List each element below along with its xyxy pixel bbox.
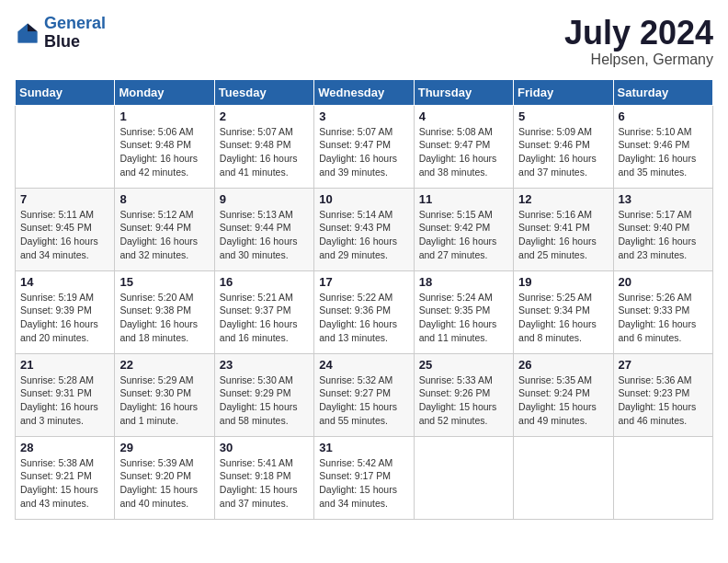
day-info: Sunrise: 5:09 AM Sunset: 9:46 PM Dayligh… (518, 125, 608, 179)
svg-rect-2 (18, 31, 38, 42)
logo-icon (15, 20, 40, 46)
calendar-cell: 27Sunrise: 5:36 AM Sunset: 9:23 PM Dayli… (613, 353, 712, 436)
day-info: Sunrise: 5:21 AM Sunset: 9:37 PM Dayligh… (220, 291, 309, 345)
calendar-cell: 7Sunrise: 5:11 AM Sunset: 9:45 PM Daylig… (16, 188, 115, 270)
day-info: Sunrise: 5:38 AM Sunset: 9:21 PM Dayligh… (20, 456, 109, 511)
day-info: Sunrise: 5:10 AM Sunset: 9:46 PM Dayligh… (619, 125, 708, 179)
calendar-cell: 31Sunrise: 5:42 AM Sunset: 9:17 PM Dayli… (314, 436, 414, 519)
calendar-cell: 10Sunrise: 5:14 AM Sunset: 9:43 PM Dayli… (314, 188, 414, 270)
day-number: 17 (319, 275, 408, 289)
calendar-cell: 13Sunrise: 5:17 AM Sunset: 9:40 PM Dayli… (613, 188, 712, 270)
day-number: 1 (119, 109, 209, 123)
calendar-cell: 1Sunrise: 5:06 AM Sunset: 9:48 PM Daylig… (115, 105, 214, 188)
calendar-cell: 28Sunrise: 5:38 AM Sunset: 9:21 PM Dayli… (16, 436, 115, 519)
week-row-5: 28Sunrise: 5:38 AM Sunset: 9:21 PM Dayli… (16, 436, 713, 519)
day-number: 24 (319, 358, 408, 372)
svg-marker-1 (28, 23, 38, 31)
day-info: Sunrise: 5:06 AM Sunset: 9:48 PM Dayligh… (119, 125, 209, 179)
calendar-cell: 26Sunrise: 5:35 AM Sunset: 9:24 PM Dayli… (514, 353, 613, 436)
logo: GeneralBlue (15, 15, 106, 52)
day-info: Sunrise: 5:26 AM Sunset: 9:33 PM Dayligh… (619, 291, 708, 345)
day-number: 3 (319, 109, 408, 123)
day-info: Sunrise: 5:41 AM Sunset: 9:18 PM Dayligh… (220, 456, 309, 511)
day-number: 27 (619, 358, 708, 372)
day-number: 7 (20, 192, 109, 206)
day-info: Sunrise: 5:39 AM Sunset: 9:20 PM Dayligh… (119, 456, 209, 511)
day-number: 4 (419, 109, 508, 123)
day-header-wednesday: Wednesday (314, 79, 414, 105)
day-header-saturday: Saturday (613, 79, 712, 105)
day-info: Sunrise: 5:28 AM Sunset: 9:31 PM Dayligh… (20, 373, 109, 428)
day-number: 19 (518, 275, 608, 289)
day-number: 9 (220, 192, 309, 206)
day-number: 30 (220, 441, 309, 454)
week-row-2: 7Sunrise: 5:11 AM Sunset: 9:45 PM Daylig… (16, 188, 713, 270)
calendar-cell: 29Sunrise: 5:39 AM Sunset: 9:20 PM Dayli… (115, 436, 214, 519)
calendar-cell: 17Sunrise: 5:22 AM Sunset: 9:36 PM Dayli… (314, 270, 414, 353)
calendar-cell: 25Sunrise: 5:33 AM Sunset: 9:26 PM Dayli… (414, 353, 513, 436)
calendar-cell: 21Sunrise: 5:28 AM Sunset: 9:31 PM Dayli… (16, 353, 115, 436)
day-number: 5 (518, 109, 608, 123)
calendar-cell: 11Sunrise: 5:15 AM Sunset: 9:42 PM Dayli… (414, 188, 513, 270)
day-info: Sunrise: 5:36 AM Sunset: 9:23 PM Dayligh… (619, 373, 708, 428)
day-number: 28 (20, 441, 109, 454)
day-info: Sunrise: 5:29 AM Sunset: 9:30 PM Dayligh… (119, 373, 209, 428)
calendar-cell (414, 436, 513, 519)
location-subtitle: Helpsen, Germany (564, 52, 713, 68)
calendar-cell: 9Sunrise: 5:13 AM Sunset: 9:44 PM Daylig… (214, 188, 313, 270)
day-header-friday: Friday (514, 79, 613, 105)
day-header-sunday: Sunday (16, 79, 115, 105)
day-number: 8 (119, 192, 209, 206)
calendar-cell: 5Sunrise: 5:09 AM Sunset: 9:46 PM Daylig… (514, 105, 613, 188)
day-info: Sunrise: 5:17 AM Sunset: 9:40 PM Dayligh… (619, 208, 708, 262)
day-info: Sunrise: 5:12 AM Sunset: 9:44 PM Dayligh… (119, 208, 209, 262)
day-info: Sunrise: 5:22 AM Sunset: 9:36 PM Dayligh… (319, 291, 408, 345)
day-info: Sunrise: 5:07 AM Sunset: 9:48 PM Dayligh… (220, 125, 309, 179)
day-info: Sunrise: 5:16 AM Sunset: 9:41 PM Dayligh… (518, 208, 608, 262)
day-number: 10 (319, 192, 408, 206)
day-number: 31 (319, 441, 408, 454)
day-info: Sunrise: 5:24 AM Sunset: 9:35 PM Dayligh… (419, 291, 508, 345)
day-info: Sunrise: 5:42 AM Sunset: 9:17 PM Dayligh… (319, 456, 408, 511)
page-header: GeneralBlue July 2024 Helpsen, Germany (15, 15, 713, 68)
day-number: 11 (419, 192, 508, 206)
calendar-cell: 15Sunrise: 5:20 AM Sunset: 9:38 PM Dayli… (115, 270, 214, 353)
day-info: Sunrise: 5:30 AM Sunset: 9:29 PM Dayligh… (220, 373, 309, 428)
day-info: Sunrise: 5:13 AM Sunset: 9:44 PM Dayligh… (220, 208, 309, 262)
day-info: Sunrise: 5:08 AM Sunset: 9:47 PM Dayligh… (419, 125, 508, 179)
calendar-cell: 22Sunrise: 5:29 AM Sunset: 9:30 PM Dayli… (115, 353, 214, 436)
day-info: Sunrise: 5:15 AM Sunset: 9:42 PM Dayligh… (419, 208, 508, 262)
calendar-cell: 30Sunrise: 5:41 AM Sunset: 9:18 PM Dayli… (214, 436, 313, 519)
week-row-4: 21Sunrise: 5:28 AM Sunset: 9:31 PM Dayli… (16, 353, 713, 436)
calendar-cell: 20Sunrise: 5:26 AM Sunset: 9:33 PM Dayli… (613, 270, 712, 353)
day-number: 15 (119, 275, 209, 289)
calendar-cell: 24Sunrise: 5:32 AM Sunset: 9:27 PM Dayli… (314, 353, 414, 436)
day-number: 21 (20, 358, 109, 372)
calendar-cell: 2Sunrise: 5:07 AM Sunset: 9:48 PM Daylig… (214, 105, 313, 188)
calendar-cell: 6Sunrise: 5:10 AM Sunset: 9:46 PM Daylig… (613, 105, 712, 188)
day-info: Sunrise: 5:25 AM Sunset: 9:34 PM Dayligh… (518, 291, 608, 345)
day-number: 13 (619, 192, 708, 206)
day-info: Sunrise: 5:35 AM Sunset: 9:24 PM Dayligh… (518, 373, 608, 428)
calendar-table: SundayMondayTuesdayWednesdayThursdayFrid… (15, 79, 713, 520)
day-header-thursday: Thursday (414, 79, 513, 105)
day-info: Sunrise: 5:32 AM Sunset: 9:27 PM Dayligh… (319, 373, 408, 428)
calendar-cell: 16Sunrise: 5:21 AM Sunset: 9:37 PM Dayli… (214, 270, 313, 353)
day-header-monday: Monday (115, 79, 214, 105)
day-number: 29 (119, 441, 209, 454)
calendar-cell: 4Sunrise: 5:08 AM Sunset: 9:47 PM Daylig… (414, 105, 513, 188)
day-info: Sunrise: 5:20 AM Sunset: 9:38 PM Dayligh… (119, 291, 209, 345)
calendar-cell (16, 105, 115, 188)
day-number: 23 (220, 358, 309, 372)
header-row: SundayMondayTuesdayWednesdayThursdayFrid… (16, 79, 713, 105)
day-number: 25 (419, 358, 508, 372)
logo-text: GeneralBlue (44, 15, 106, 52)
day-info: Sunrise: 5:11 AM Sunset: 9:45 PM Dayligh… (20, 208, 109, 262)
day-number: 16 (220, 275, 309, 289)
calendar-cell: 18Sunrise: 5:24 AM Sunset: 9:35 PM Dayli… (414, 270, 513, 353)
day-number: 12 (518, 192, 608, 206)
calendar-cell: 8Sunrise: 5:12 AM Sunset: 9:44 PM Daylig… (115, 188, 214, 270)
calendar-cell: 19Sunrise: 5:25 AM Sunset: 9:34 PM Dayli… (514, 270, 613, 353)
title-block: July 2024 Helpsen, Germany (564, 15, 713, 68)
day-number: 22 (119, 358, 209, 372)
